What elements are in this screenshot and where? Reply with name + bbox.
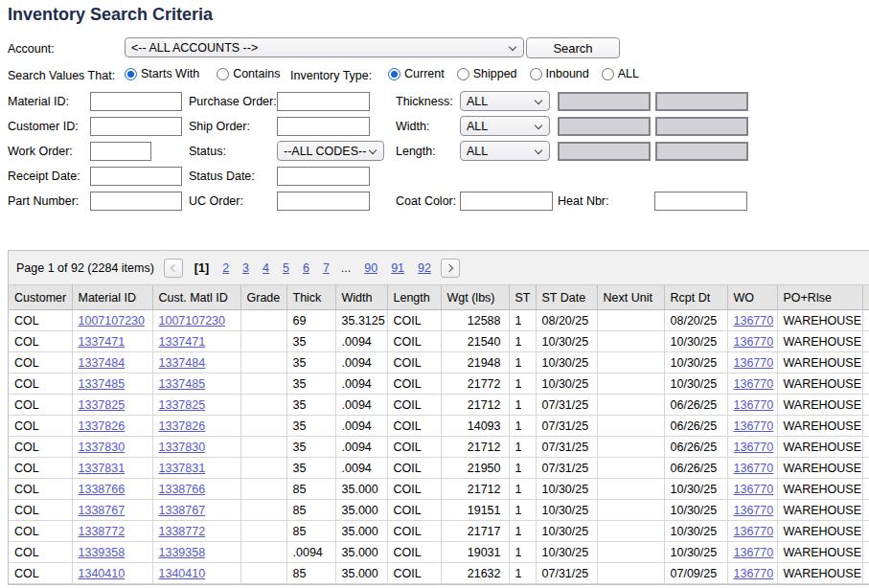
wo-link[interactable]: 136770	[734, 356, 774, 370]
radio-unselected-icon[interactable]	[217, 68, 229, 80]
radio-unselected-icon[interactable]	[530, 68, 542, 80]
uc-order-input[interactable]	[277, 192, 370, 211]
cust_matl_id-link[interactable]: 1337831	[159, 462, 206, 475]
thickness-select[interactable]: ALL	[460, 91, 550, 111]
cell-st_date: 07/31/25	[536, 395, 597, 416]
cell-length: COIL	[387, 310, 441, 331]
cust_matl_id-link[interactable]: 1337830	[159, 441, 206, 454]
wo-link[interactable]: 136770	[734, 377, 774, 391]
radio-unselected-icon[interactable]	[457, 68, 469, 80]
cell-grade	[240, 542, 286, 563]
material_id-link[interactable]: 1337830	[79, 441, 126, 454]
material_id-link[interactable]: 1340410	[79, 567, 126, 580]
length-select[interactable]: ALL	[460, 141, 550, 161]
pager-summary: Page 1 of 92 (2284 items)	[16, 261, 154, 275]
wo-link[interactable]: 136770	[734, 504, 774, 517]
cell-wo: 136770	[727, 331, 777, 352]
cell-cust_matl_id: 1007107230	[152, 310, 240, 331]
radio-selected-icon[interactable]	[388, 68, 400, 80]
material_id-link[interactable]: 1007107230	[79, 314, 146, 328]
inventory-type-option-all[interactable]: ALL	[602, 67, 639, 80]
cust_matl_id-link[interactable]: 1338767	[159, 504, 206, 517]
wo-link[interactable]: 136770	[734, 335, 774, 349]
material_id-link[interactable]: 1338766	[79, 483, 126, 496]
inventory-type-option-shipped[interactable]: Shipped	[457, 67, 517, 80]
material_id-link[interactable]: 1337485	[79, 377, 126, 391]
inventory-table: CustomerMaterial IDCust. Matl IDGradeThi…	[9, 285, 869, 584]
cust_matl_id-link[interactable]: 1337485	[159, 377, 206, 391]
material-id-input[interactable]	[90, 92, 182, 111]
material_id-link[interactable]: 1337826	[79, 419, 126, 433]
cust_matl_id-link[interactable]: 1338772	[159, 525, 206, 538]
wo-link[interactable]: 136770	[734, 546, 774, 559]
wo-link[interactable]: 136770	[734, 441, 774, 454]
material_id-link[interactable]: 1337484	[79, 356, 126, 370]
cell-cust_matl_id: 1337831	[152, 458, 240, 479]
cust_matl_id-link[interactable]: 1007107230	[159, 314, 226, 328]
heat-nbr-input[interactable]	[654, 192, 747, 211]
status-date-input[interactable]	[277, 167, 370, 186]
cell-rcpt_dt: 10/30/25	[664, 331, 727, 352]
material_id-link[interactable]: 1338772	[79, 525, 126, 538]
inventory-type-option-current[interactable]: Current	[388, 67, 445, 80]
cell-width: .0094	[335, 395, 387, 416]
wo-link[interactable]: 136770	[734, 314, 774, 328]
material_id-link[interactable]: 1337471	[79, 335, 126, 349]
search-values-option-contains[interactable]: Contains	[217, 67, 280, 80]
customer-id-input[interactable]	[90, 117, 182, 136]
pager-page-link[interactable]: 6	[303, 261, 309, 275]
search-values-option-label: Starts With	[141, 67, 199, 80]
cell-rcpt_dt: 06/26/25	[664, 458, 727, 479]
wo-link[interactable]: 136770	[734, 398, 774, 412]
heat-nbr-label: Heat Nbr:	[558, 194, 609, 208]
coat-color-input[interactable]	[460, 192, 553, 211]
cust_matl_id-link[interactable]: 1337484	[159, 356, 206, 370]
status-select[interactable]: --ALL CODES--	[277, 141, 384, 161]
cell-clipped	[862, 331, 869, 352]
cell-cust_matl_id: 1338766	[152, 479, 240, 500]
cell-po_rlse: WAREHOUSE	[777, 500, 862, 521]
wo-link[interactable]: 136770	[734, 462, 774, 475]
radio-unselected-icon[interactable]	[602, 68, 614, 80]
search-values-option-starts-with[interactable]: Starts With	[125, 67, 199, 80]
radio-selected-icon[interactable]	[125, 68, 137, 80]
material_id-link[interactable]: 1337825	[79, 398, 126, 412]
cust_matl_id-link[interactable]: 1340410	[159, 567, 206, 580]
wo-link[interactable]: 136770	[734, 525, 774, 538]
material_id-link[interactable]: 1337831	[79, 462, 126, 475]
pager-page-link[interactable]: 90	[364, 261, 377, 275]
cell-cust_matl_id: 1337471	[152, 331, 240, 352]
width-select[interactable]: ALL	[460, 116, 550, 136]
pager-page-link[interactable]: 7	[323, 261, 330, 275]
material_id-link[interactable]: 1339358	[79, 546, 126, 559]
material_id-link[interactable]: 1338767	[79, 504, 126, 517]
pager-page-link[interactable]: 5	[283, 261, 289, 275]
purchase-order-input[interactable]	[277, 92, 370, 111]
cell-next_unit	[597, 395, 664, 416]
cell-wo: 136770	[727, 458, 777, 479]
pager-next-button[interactable]	[441, 259, 460, 278]
ship-order-input[interactable]	[277, 117, 370, 136]
part-number-input[interactable]	[90, 192, 182, 211]
cust_matl_id-link[interactable]: 1338766	[159, 483, 206, 496]
pager-page-link[interactable]: 4	[263, 261, 269, 275]
pager-page-link[interactable]: 3	[242, 261, 249, 275]
cust_matl_id-link[interactable]: 1337471	[159, 335, 206, 349]
pager-page-link[interactable]: 91	[391, 261, 404, 275]
receipt-date-input[interactable]	[90, 167, 182, 186]
work-order-input[interactable]	[90, 142, 151, 161]
cell-st_date: 10/30/25	[536, 373, 597, 395]
inventory-type-option-inbound[interactable]: Inbound	[530, 67, 589, 80]
pager-page-link[interactable]: 92	[418, 261, 431, 275]
wo-link[interactable]: 136770	[734, 419, 774, 433]
cell-st_date: 10/30/25	[536, 542, 597, 563]
pager-prev-button[interactable]	[164, 259, 183, 278]
wo-link[interactable]: 136770	[734, 483, 774, 496]
cust_matl_id-link[interactable]: 1337826	[159, 419, 206, 433]
pager-page-link[interactable]: 2	[222, 261, 229, 275]
cust_matl_id-link[interactable]: 1337825	[159, 398, 206, 412]
search-button[interactable]: Search	[526, 37, 620, 58]
cust_matl_id-link[interactable]: 1339358	[159, 546, 206, 559]
account-select[interactable]: <-- ALL ACCOUNTS -->	[125, 37, 524, 57]
wo-link[interactable]: 136770	[734, 567, 774, 580]
